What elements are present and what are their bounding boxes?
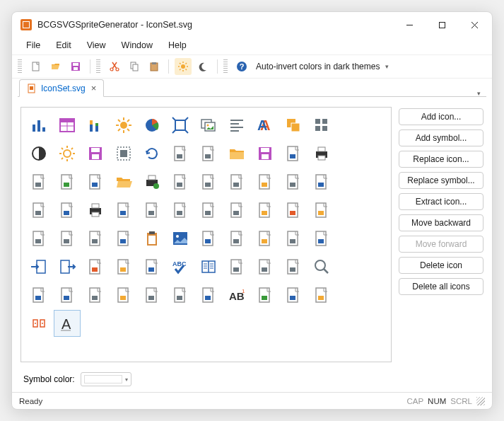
icon-bar-doc[interactable] <box>110 225 137 252</box>
help-icon[interactable]: ? <box>233 58 250 75</box>
icon-num-page[interactable] <box>139 253 165 280</box>
paste-button[interactable] <box>146 58 163 75</box>
icon-down-panel[interactable] <box>25 282 52 308</box>
icon-tag-sym[interactable] <box>25 310 52 337</box>
icon-layers[interactable] <box>280 112 307 139</box>
icon-lines[interactable] <box>223 197 250 224</box>
cut-button[interactable] <box>106 58 123 75</box>
tab-iconset[interactable]: IconSet.svg × <box>19 79 104 97</box>
icon-windows[interactable] <box>110 282 137 308</box>
icon-ab1[interactable]: AB1 <box>223 282 250 308</box>
icon-bar-chart[interactable] <box>25 112 52 139</box>
move-backward-button[interactable]: Move backward <box>399 214 484 231</box>
icon-stacked-bars[interactable] <box>82 112 109 139</box>
menu-view[interactable]: View <box>80 38 113 53</box>
close-button[interactable] <box>458 14 491 35</box>
icon-doc2[interactable] <box>54 225 81 252</box>
icon-web-page[interactable] <box>280 253 307 280</box>
icon-search-doc[interactable] <box>167 168 194 195</box>
icon-lock-page[interactable] <box>110 253 137 280</box>
add-icon-button[interactable]: Add icon... <box>399 108 484 125</box>
icon-a-doc[interactable] <box>280 197 307 224</box>
icon-fit-width[interactable] <box>167 112 194 139</box>
icon-lock-doc[interactable] <box>252 168 279 195</box>
icon-clipboard[interactable] <box>139 225 165 252</box>
icon-half-panel[interactable] <box>54 282 81 308</box>
icon-check-doc[interactable] <box>195 197 222 224</box>
icon-book[interactable] <box>195 253 222 280</box>
icon-tag-page[interactable] <box>252 225 279 252</box>
new-button[interactable] <box>28 58 45 75</box>
symbol-color-picker[interactable]: ▾ <box>81 372 131 386</box>
delete-icon-button[interactable]: Delete icon <box>399 257 484 274</box>
icon-edit-doc[interactable] <box>280 140 307 167</box>
icon-search-page[interactable] <box>308 225 335 252</box>
icon-link-page[interactable] <box>308 282 335 308</box>
icon-brightness[interactable] <box>54 140 81 167</box>
icon-sun[interactable] <box>110 112 137 139</box>
icon-form-grid[interactable] <box>195 282 222 308</box>
icon-align-left[interactable] <box>223 112 250 139</box>
icon-img-page[interactable] <box>280 282 307 308</box>
tab-overflow-icon[interactable]: ▾ <box>477 90 485 97</box>
minimize-button[interactable] <box>393 14 426 35</box>
icon-import[interactable] <box>25 253 52 280</box>
icon-export[interactable] <box>54 253 81 280</box>
icon-lang-page[interactable] <box>252 253 279 280</box>
add-symbol-button[interactable]: Add symbol... <box>399 129 484 146</box>
icon-floppy[interactable] <box>82 140 109 167</box>
dark-mode-button[interactable] <box>194 58 211 75</box>
icon-ref-doc[interactable] <box>252 197 279 224</box>
icon-picture[interactable] <box>167 225 194 252</box>
icon-pie-chart[interactable] <box>139 112 165 139</box>
icon-attach[interactable] <box>25 197 52 224</box>
icon-list-page[interactable] <box>223 225 250 252</box>
icon-arrow-page[interactable] <box>280 225 307 252</box>
menu-window[interactable]: Window <box>115 38 160 53</box>
icon-grid-up[interactable] <box>82 168 109 195</box>
maximize-button[interactable] <box>426 14 458 35</box>
icon-a-glyph[interactable]: A <box>54 310 81 337</box>
icon-x-doc[interactable] <box>82 253 109 280</box>
icon-group[interactable] <box>110 140 137 167</box>
replace-icon-button[interactable]: Replace icon... <box>399 151 484 168</box>
replace-symbol-button[interactable]: Replace symbol... <box>399 172 484 189</box>
delete-all-button[interactable]: Delete all icons <box>399 278 484 295</box>
icon-font-a[interactable]: AA <box>252 112 279 139</box>
icon-floppy2[interactable] <box>252 140 279 167</box>
icon-form-equal[interactable] <box>167 282 194 308</box>
icon-layers2[interactable] <box>82 225 109 252</box>
menu-edit[interactable]: Edit <box>49 38 78 53</box>
icon-split-page[interactable] <box>223 253 250 280</box>
copy-button[interactable] <box>126 58 143 75</box>
extract-icon-button[interactable]: Extract icon... <box>399 193 484 210</box>
icon-rotate[interactable] <box>139 140 165 167</box>
icon-image-doc[interactable] <box>167 140 194 167</box>
icon-images[interactable] <box>195 112 222 139</box>
icon-form-check[interactable] <box>25 168 52 195</box>
icon-list-doc[interactable] <box>223 168 250 195</box>
icon-print2[interactable] <box>82 197 109 224</box>
icon-abc-check[interactable]: ABC <box>167 253 194 280</box>
icon-form-copy[interactable] <box>82 282 109 308</box>
icon-table-chart[interactable] <box>54 112 81 139</box>
icon-tiles[interactable] <box>308 112 335 139</box>
icon-check-page[interactable] <box>195 225 222 252</box>
icon-plus-page[interactable] <box>252 282 279 308</box>
open-button[interactable] <box>47 58 64 75</box>
tab-close-icon[interactable]: × <box>91 83 97 93</box>
icon-arrow-doc[interactable] <box>308 197 335 224</box>
icon-user-edit[interactable] <box>139 282 165 308</box>
move-forward-button[interactable]: Move forward <box>399 236 484 253</box>
icon-doc[interactable] <box>195 140 222 167</box>
icon-grid-expand[interactable] <box>139 197 165 224</box>
icon-text-doc[interactable] <box>167 197 194 224</box>
light-mode-button[interactable] <box>175 58 192 75</box>
icon-user-doc[interactable] <box>54 168 81 195</box>
resize-grip-icon[interactable] <box>476 397 485 405</box>
icon-image2[interactable] <box>54 197 81 224</box>
menu-help[interactable]: Help <box>161 38 194 53</box>
icon-break-doc[interactable] <box>280 168 307 195</box>
icon-info-doc[interactable] <box>195 168 222 195</box>
icon-contrast[interactable] <box>25 140 52 167</box>
